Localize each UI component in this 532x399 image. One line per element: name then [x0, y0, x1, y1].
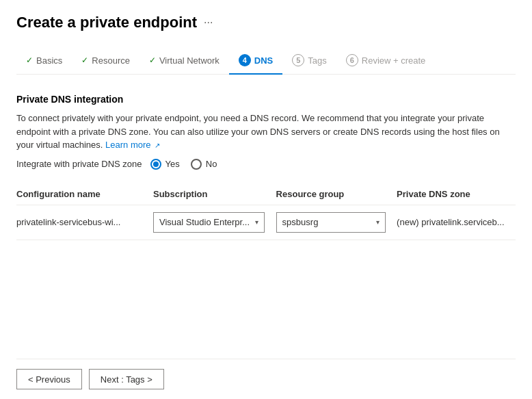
resource-group-dropdown-value: spsbusrg — [282, 217, 319, 227]
cell-config-name: privatelink-servicebus-wi... — [16, 205, 153, 240]
learn-more-link[interactable]: Learn more — [105, 140, 150, 150]
col-header-dns-zone: Private DNS zone — [397, 183, 516, 205]
title-row: Create a private endpoint ··· — [16, 14, 516, 31]
section-title: Private DNS integration — [16, 94, 516, 105]
check-icon-virtual-network: ✓ — [149, 55, 156, 65]
subscription-dropdown-value: Visual Studio Enterpr... — [159, 217, 250, 227]
col-header-resource-group: Resource group — [276, 183, 397, 205]
step-circle-dns: 4 — [239, 54, 251, 66]
external-link-icon: ↗ — [155, 142, 160, 149]
radio-no-input[interactable] — [191, 159, 202, 170]
resource-group-dropdown[interactable]: spsbusrg ▾ — [276, 212, 386, 233]
page-container: Create a private endpoint ··· ✓ Basics ✓… — [0, 0, 532, 399]
table-row: privatelink-servicebus-wi... Visual Stud… — [16, 205, 516, 240]
table-header-row: Configuration name Subscription Resource… — [16, 183, 516, 205]
table-body: privatelink-servicebus-wi... Visual Stud… — [16, 205, 516, 240]
cell-subscription: Visual Studio Enterpr... ▾ — [153, 205, 276, 240]
integrate-label: Integrate with private DNS zone — [16, 159, 142, 169]
step-basics[interactable]: ✓ Basics — [16, 50, 72, 74]
dropdown-arrow-resource-group: ▾ — [376, 218, 380, 226]
cell-resource-group: spsbusrg ▾ — [276, 205, 397, 240]
step-dns-label: DNS — [254, 55, 273, 66]
col-header-subscription: Subscription — [153, 183, 276, 205]
check-icon-basics: ✓ — [26, 55, 33, 65]
table-header: Configuration name Subscription Resource… — [16, 183, 516, 205]
radio-no-option[interactable]: No — [191, 159, 217, 170]
dns-zone-text: (new) privatelink.serviceb... — [397, 217, 505, 227]
description-text: To connect privately with your private e… — [16, 112, 516, 152]
radio-group: Yes No — [150, 159, 217, 170]
step-virtual-network-label: Virtual Network — [159, 55, 220, 66]
cell-dns-zone: (new) privatelink.serviceb... — [397, 205, 516, 240]
step-review-create-label: Review + create — [362, 55, 426, 66]
radio-yes-option[interactable]: Yes — [150, 159, 180, 170]
previous-button[interactable]: < Previous — [16, 369, 82, 389]
radio-yes-input[interactable] — [150, 159, 161, 170]
step-tags-label: Tags — [308, 55, 326, 66]
step-virtual-network[interactable]: ✓ Virtual Network — [139, 50, 229, 74]
step-review-create[interactable]: 6 Review + create — [336, 49, 436, 75]
step-resource-label: Resource — [92, 55, 130, 66]
step-basics-label: Basics — [36, 55, 62, 66]
col-header-config-name: Configuration name — [16, 183, 153, 205]
step-dns[interactable]: 4 DNS — [229, 49, 282, 75]
config-table: Configuration name Subscription Resource… — [16, 183, 516, 240]
page-title: Create a private endpoint — [16, 14, 197, 31]
dropdown-arrow-subscription: ▾ — [255, 218, 258, 226]
wizard-nav: ✓ Basics ✓ Resource ✓ Virtual Network 4 … — [16, 48, 516, 75]
integrate-row: Integrate with private DNS zone Yes No — [16, 159, 516, 170]
radio-yes-label: Yes — [165, 159, 180, 169]
footer: < Previous Next : Tags > — [16, 359, 516, 399]
content-area: Private DNS integration To connect priva… — [16, 94, 516, 359]
next-button[interactable]: Next : Tags > — [89, 369, 164, 389]
step-circle-review: 6 — [346, 54, 358, 66]
radio-no-label: No — [206, 159, 217, 169]
step-resource[interactable]: ✓ Resource — [72, 50, 139, 74]
step-tags[interactable]: 5 Tags — [282, 49, 336, 75]
step-circle-tags: 5 — [292, 54, 304, 66]
ellipsis-menu-icon[interactable]: ··· — [204, 16, 213, 29]
subscription-dropdown[interactable]: Visual Studio Enterpr... ▾ — [153, 212, 265, 233]
check-icon-resource: ✓ — [81, 55, 88, 65]
